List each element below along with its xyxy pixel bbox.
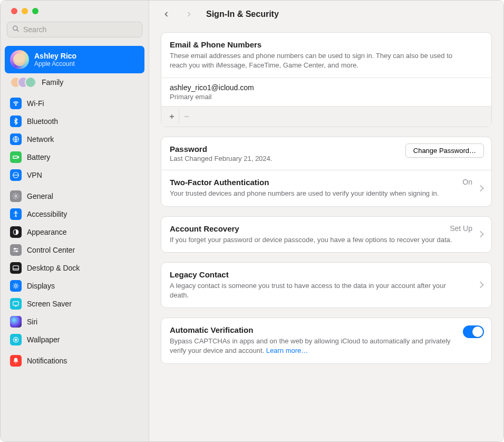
search-input[interactable] bbox=[7, 22, 142, 37]
auto-verify-toggle[interactable] bbox=[463, 325, 484, 338]
appearance-icon bbox=[10, 226, 22, 238]
sidebar-item-label: Accessibility bbox=[27, 210, 139, 218]
sidebar-item-notifications[interactable]: Notifications bbox=[5, 352, 144, 370]
sidebar-item-label: Appearance bbox=[27, 228, 139, 236]
sidebar-item-label: Wi-Fi bbox=[27, 99, 139, 108]
wifi-icon bbox=[10, 98, 22, 109]
two-factor-status: On bbox=[462, 178, 472, 186]
svg-point-8 bbox=[15, 212, 16, 213]
account-text: Ashley Rico Apple Account bbox=[34, 52, 76, 68]
window-minimize-button[interactable] bbox=[22, 8, 28, 14]
svg-rect-14 bbox=[13, 266, 19, 270]
nav-back-button[interactable] bbox=[159, 6, 175, 22]
svg-rect-5 bbox=[18, 157, 18, 158]
svg-point-16 bbox=[15, 285, 17, 287]
sidebar-item-vpn[interactable]: VPN bbox=[5, 166, 144, 184]
sidebar-item-label: Battery bbox=[27, 153, 139, 161]
sidebar-item-appearance[interactable]: Appearance bbox=[5, 223, 144, 241]
card-title: Legacy Contact bbox=[170, 270, 483, 279]
nav-forward-button[interactable] bbox=[181, 6, 197, 22]
svg-line-1 bbox=[17, 30, 19, 32]
sidebar-item-label: Control Center bbox=[27, 246, 139, 254]
sidebar-item-screen-saver[interactable]: Screen Saver bbox=[5, 295, 144, 313]
svg-point-7 bbox=[15, 195, 17, 197]
window-controls bbox=[5, 1, 144, 22]
remove-contact-button bbox=[179, 110, 194, 123]
svg-point-13 bbox=[16, 251, 17, 252]
family-avatars bbox=[10, 76, 36, 88]
page-title: Sign-In & Security bbox=[206, 9, 279, 19]
auto-desc-text: Bypass CAPTCHAs in apps and on the web b… bbox=[170, 337, 451, 354]
vpn-icon bbox=[10, 169, 22, 181]
sidebar-item-general[interactable]: General bbox=[5, 187, 144, 205]
account-name: Ashley Rico bbox=[34, 52, 76, 60]
card-description: These email addresses and phone numbers … bbox=[170, 51, 465, 70]
window-zoom-button[interactable] bbox=[32, 8, 38, 14]
card-title: Automatic Verification bbox=[170, 325, 483, 334]
add-contact-button[interactable] bbox=[164, 110, 179, 123]
globe-icon bbox=[10, 133, 22, 145]
sidebar-item-label: VPN bbox=[27, 171, 139, 179]
content-scroll[interactable]: Email & Phone Numbers These email addres… bbox=[149, 28, 503, 441]
svg-rect-4 bbox=[13, 156, 18, 159]
legacy-card: Legacy Contact A legacy contact is someo… bbox=[161, 262, 492, 308]
avatar bbox=[10, 50, 29, 69]
account-recovery-row[interactable]: Account Recovery If you forget your pass… bbox=[161, 217, 491, 252]
email-entry-row[interactable]: ashley_rico1@icloud.com Primary email bbox=[161, 78, 491, 106]
settings-window: Ashley Rico Apple Account Family Wi-Fi bbox=[0, 0, 504, 442]
sidebar-item-label: Desktop & Dock bbox=[27, 264, 139, 272]
card-description: Bypass CAPTCHAs in apps and on the web b… bbox=[170, 337, 465, 355]
email-address: ashley_rico1@icloud.com bbox=[170, 83, 483, 92]
sidebar-item-network[interactable]: Network bbox=[5, 130, 144, 148]
sidebar-item-accessibility[interactable]: Accessibility bbox=[5, 205, 144, 223]
sidebar-item-label: Displays bbox=[27, 282, 139, 290]
card-title: Email & Phone Numbers bbox=[170, 40, 483, 49]
bluetooth-icon bbox=[10, 116, 22, 127]
sidebar-item-displays[interactable]: Displays bbox=[5, 277, 144, 295]
card-description: If you forget your password or device pa… bbox=[170, 235, 465, 245]
sidebar-item-label: Wallpaper bbox=[27, 335, 139, 344]
sidebar-item-family[interactable]: Family bbox=[5, 73, 144, 91]
dock-icon bbox=[10, 262, 22, 274]
sidebar-item-bluetooth[interactable]: Bluetooth bbox=[5, 112, 144, 130]
sidebar-item-wifi[interactable]: Wi-Fi bbox=[5, 94, 144, 112]
email-sublabel: Primary email bbox=[170, 93, 483, 101]
sidebar-item-control-center[interactable]: Control Center bbox=[5, 241, 144, 259]
gear-icon bbox=[10, 190, 22, 202]
account-sublabel: Apple Account bbox=[34, 60, 76, 68]
sidebar-item-label: Screen Saver bbox=[27, 300, 139, 308]
window-close-button[interactable] bbox=[11, 8, 17, 14]
accessibility-icon bbox=[10, 208, 22, 220]
password-row: Password Last Changed February 21, 2024.… bbox=[161, 137, 491, 170]
learn-more-link[interactable]: Learn more… bbox=[266, 347, 308, 354]
sidebar-item-desktop-dock[interactable]: Desktop & Dock bbox=[5, 259, 144, 277]
battery-icon bbox=[10, 151, 22, 163]
sidebar-item-label: Bluetooth bbox=[27, 117, 139, 126]
svg-point-0 bbox=[13, 26, 17, 30]
svg-point-11 bbox=[14, 248, 15, 249]
search-icon bbox=[12, 25, 20, 34]
password-card: Password Last Changed February 21, 2024.… bbox=[161, 137, 492, 206]
auto-verify-row: Automatic Verification Bypass CAPTCHAs i… bbox=[161, 318, 491, 363]
svg-point-2 bbox=[15, 104, 16, 105]
sidebar-item-wallpaper[interactable]: Wallpaper bbox=[5, 331, 144, 349]
two-factor-row[interactable]: Two-Factor Authentication Your trusted d… bbox=[161, 170, 491, 206]
card-description: A legacy contact is someone you trust to… bbox=[170, 281, 465, 300]
content-pane: Sign-In & Security Email & Phone Numbers… bbox=[149, 1, 503, 441]
sidebar-item-label: General bbox=[27, 192, 139, 200]
displays-icon bbox=[10, 280, 22, 292]
card-title: Two-Factor Authentication bbox=[170, 178, 483, 187]
bell-icon bbox=[10, 355, 22, 367]
recovery-status: Set Up bbox=[450, 224, 472, 233]
sidebar-item-apple-account[interactable]: Ashley Rico Apple Account bbox=[5, 46, 144, 73]
legacy-contact-row[interactable]: Legacy Contact A legacy contact is someo… bbox=[161, 263, 491, 308]
svg-rect-17 bbox=[13, 302, 19, 305]
toolbar: Sign-In & Security bbox=[149, 1, 503, 28]
sidebar-item-siri[interactable]: Siri bbox=[5, 313, 144, 331]
change-password-button[interactable]: Change Password… bbox=[405, 143, 484, 158]
siri-icon bbox=[10, 316, 22, 328]
sidebar-item-label: Network bbox=[27, 135, 139, 143]
sliders-icon bbox=[10, 244, 22, 256]
sidebar-item-battery[interactable]: Battery bbox=[5, 148, 144, 166]
sidebar-item-label: Family bbox=[42, 78, 139, 87]
